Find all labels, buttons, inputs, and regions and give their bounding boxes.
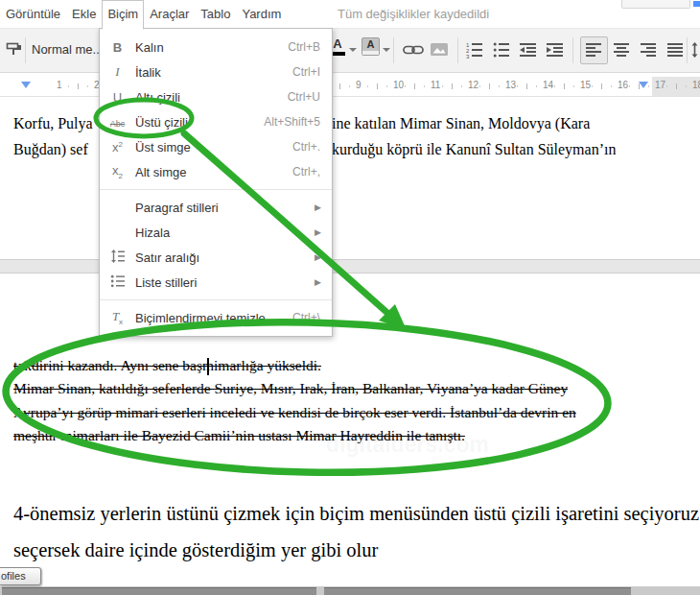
subscript-icon: x2 (100, 163, 135, 180)
line-spacing-icon (100, 249, 135, 267)
menu-item-alt-simge[interactable]: x2Alt simgeCtrl+, (100, 159, 332, 184)
strikethrough-line: takdirini kazandı. Aynı sene başmimarlığ… (13, 357, 321, 374)
menu-item-shortcut: Ctrl+\ (292, 311, 332, 324)
ruler-tick (676, 83, 677, 89)
italic-icon: I (100, 64, 135, 80)
ruler-number: 1 (57, 80, 62, 90)
menu-item-bicimlendirmeyi-temizle[interactable]: TxBiçimlendirmeyi temizleCtrl+\ (100, 305, 332, 330)
link-glyph (403, 41, 424, 59)
underline-icon: U (100, 90, 135, 105)
ruler-tick (489, 83, 490, 89)
comments-button-edge[interactable] (621, 0, 690, 9)
strikethrough-line: meşhur mimarları ile Bayezid Camii’nin u… (13, 427, 465, 444)
menu-item-ustu-cizili[interactable]: AbcÜstü çiziliAlt+Shift+5 (100, 109, 332, 134)
ruler-tick (452, 83, 453, 89)
highlight-swatch (362, 51, 379, 55)
ruler-tick (526, 83, 527, 89)
ruler-tick (686, 85, 687, 87)
ruler-tick (405, 85, 406, 87)
bold-icon: B (100, 40, 135, 55)
taskbar-window-segment[interactable] (324, 587, 631, 595)
menu-item-shortcut: Ctrl+U (288, 90, 332, 104)
align-left-glyph (586, 42, 601, 58)
menu-item-italik[interactable]: IİtalikCtrl+I (100, 60, 332, 84)
highlight-color-icon[interactable]: A (362, 37, 380, 56)
menu-item-label: Paragraf stilleri (135, 201, 315, 215)
ruler-tick (629, 85, 630, 87)
menu-item-ust-simge[interactable]: x2Üst simgeCtrl+. (100, 134, 332, 159)
highlight-caret-icon[interactable] (383, 48, 390, 52)
left-indent-marker[interactable] (21, 82, 31, 88)
status-bubble: ofiles (0, 567, 41, 585)
menu-item-liste-stilleri[interactable]: Liste stilleri▶ (100, 270, 332, 295)
note-line: 4-önemsiz yerlerin üstünü çizmek için bi… (13, 503, 699, 525)
clear-formatting-icon: Tx (100, 309, 135, 326)
ruler-tick (461, 85, 462, 87)
decrease-indent-icon[interactable] (520, 41, 537, 62)
ruler-tick (442, 85, 443, 87)
menu-item-label: Kalın (135, 40, 288, 55)
doc-paragraph1-line2-right: kurduğu köprü ile Kanunî Sultan Süleyman… (332, 141, 616, 158)
ruler-tick (367, 85, 368, 87)
menubar-item-tablo[interactable]: Tablo (195, 0, 236, 30)
menu-item-satir-araligi[interactable]: Satır aralığı▶ (100, 245, 332, 270)
bulleted-list-icon[interactable] (493, 41, 510, 62)
taskbar-window-segment[interactable] (2, 587, 316, 595)
submenu-arrow-icon: ▶ (315, 252, 332, 262)
numbered-list-icon[interactable]: 1 2 3 (466, 41, 483, 62)
menu-item-label: Hizala (135, 226, 315, 240)
menu-item-shortcut: Ctrl+. (292, 140, 332, 154)
svg-text:3: 3 (466, 54, 470, 60)
annotation-arrow-head (379, 304, 407, 330)
menu-item-hizala[interactable]: Hizala▶ (100, 220, 332, 245)
toolbar-separator (457, 37, 458, 63)
menu-item-kalin[interactable]: BKalınCtrl+B (100, 35, 332, 60)
ruler-number: 18 (692, 80, 700, 90)
align-justify-button[interactable] (662, 36, 689, 64)
menubar-item-ekle[interactable]: Ekle (66, 0, 102, 30)
align-left-button[interactable] (580, 36, 608, 64)
ruler-tick (648, 85, 649, 87)
line-spacing-icon[interactable] (691, 41, 700, 62)
align-center-glyph (614, 42, 629, 58)
text-color-caret-icon[interactable] (349, 48, 357, 52)
menu-item-label: Altı çizili (135, 90, 288, 105)
menubar-item-araçlar[interactable]: Araçlar (144, 0, 195, 30)
strikethrough-line: Mimar Sinan, katıldığı seferlerde Suriye… (13, 380, 568, 397)
annotation-ellipse-text (4, 316, 609, 478)
menubar-item-yardım[interactable]: Yardım (236, 0, 287, 30)
menubar-item-görüntüle[interactable]: Görüntüle (0, 0, 66, 30)
ruler-number: 12 (468, 80, 478, 90)
toolbar-separator (572, 37, 573, 63)
ruler-number: 11 (431, 80, 440, 90)
menubar-item-biçim[interactable]: Biçim (102, 0, 144, 30)
menu-item-shortcut: Ctrl+I (292, 65, 332, 79)
increase-indent-icon[interactable] (547, 41, 564, 62)
toolbar-separator (25, 37, 26, 63)
align-center-button[interactable] (608, 36, 636, 64)
insert-image-icon[interactable] (430, 41, 449, 62)
note-line: seçersek daire içinde gösterdiğim yer gi… (13, 539, 378, 561)
insert-link-icon[interactable] (403, 41, 424, 62)
save-status-text: Tüm değişiklikler kaydedildi (338, 7, 489, 21)
right-indent-marker[interactable] (639, 82, 648, 88)
menu-item-paragraf-stilleri[interactable]: Paragraf stilleri▶ (100, 195, 332, 220)
align-right-button[interactable] (635, 36, 663, 64)
format-paint-icon[interactable] (6, 41, 23, 62)
doc-paragraph1-line1-left: Korfu, Pulya (13, 115, 93, 132)
ruler-tick (78, 83, 79, 89)
menu-separator (100, 299, 332, 300)
toolbar-separator (393, 37, 394, 63)
menu-item-label: Alt simge (135, 165, 292, 179)
ruler-tick (479, 85, 480, 87)
menu-item-alti-cizili[interactable]: UAltı çiziliCtrl+U (100, 84, 332, 109)
submenu-arrow-icon: ▶ (315, 277, 332, 287)
line-spacing-glyph (691, 41, 700, 59)
menu-item-label: Üst simge (135, 140, 292, 155)
paragraph-style-selector[interactable]: Normal me... (32, 42, 103, 57)
toolbar-separator (687, 37, 688, 63)
submenu-arrow-icon: ▶ (315, 202, 332, 212)
ruler-tick (517, 85, 518, 87)
share-button-edge[interactable] (693, 1, 700, 7)
menu-item-shortcut: Ctrl+B (288, 40, 332, 54)
